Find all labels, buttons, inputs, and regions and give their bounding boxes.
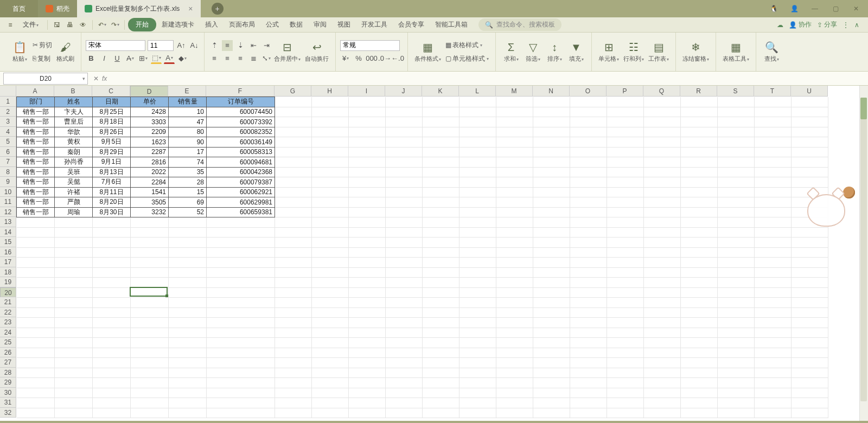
cell-H27[interactable] <box>312 358 349 368</box>
table-tools-button[interactable]: ▦表格工具 <box>720 41 751 63</box>
cell-H15[interactable] <box>312 238 349 248</box>
cell-F23[interactable] <box>207 318 275 328</box>
row-header-21[interactable]: 21 <box>0 297 16 307</box>
cell-C4[interactable]: 8月26日 <box>93 127 131 137</box>
cell-D10[interactable]: 1541 <box>131 187 169 197</box>
cell-L3[interactable] <box>459 117 496 127</box>
cell-K25[interactable] <box>423 338 459 348</box>
cell-G24[interactable] <box>275 328 312 338</box>
cell-P23[interactable] <box>607 318 644 328</box>
cell-N10[interactable] <box>533 187 570 197</box>
cell-G27[interactable] <box>275 358 312 368</box>
cell-B31[interactable] <box>55 398 93 408</box>
cell-E7[interactable]: 74 <box>169 157 207 168</box>
cell-D21[interactable] <box>131 298 169 308</box>
col-header-D[interactable]: D <box>130 86 168 97</box>
cell-O1[interactable] <box>570 97 607 107</box>
cell-L28[interactable] <box>459 368 496 378</box>
col-header-O[interactable]: O <box>570 86 607 97</box>
cell-O17[interactable] <box>570 258 607 268</box>
cell-O32[interactable] <box>570 408 607 418</box>
cell-G19[interactable] <box>275 278 312 288</box>
cell-A26[interactable] <box>17 348 55 358</box>
cell-N9[interactable] <box>533 177 570 188</box>
cell-Q15[interactable] <box>644 238 681 248</box>
cell-J5[interactable] <box>386 137 423 148</box>
cell-K11[interactable] <box>423 197 459 208</box>
cell-F12[interactable]: 600659381 <box>207 207 275 217</box>
cell-N20[interactable] <box>533 287 570 298</box>
cell-M32[interactable] <box>496 408 533 418</box>
row-header-32[interactable]: 32 <box>0 408 16 418</box>
cell-Q5[interactable] <box>644 137 681 148</box>
row-header-11[interactable]: 11 <box>0 197 16 207</box>
cell-S28[interactable] <box>718 368 755 378</box>
cell-P15[interactable] <box>607 238 644 248</box>
cell-E21[interactable] <box>169 298 207 308</box>
indent-dec[interactable]: ⇤ <box>248 40 259 51</box>
cell-J13[interactable] <box>386 217 423 228</box>
cell-F8[interactable]: 600042368 <box>207 167 275 177</box>
cell-C28[interactable] <box>93 368 131 378</box>
cell-R23[interactable] <box>681 318 718 328</box>
cell-N27[interactable] <box>533 358 570 368</box>
cell-S25[interactable] <box>718 338 755 348</box>
cell-E16[interactable] <box>169 247 207 258</box>
cell-L25[interactable] <box>459 338 496 348</box>
row-header-7[interactable]: 7 <box>0 157 16 167</box>
cell-F13[interactable] <box>207 217 275 228</box>
cell-F19[interactable] <box>207 278 275 288</box>
row-header-30[interactable]: 30 <box>0 388 16 398</box>
cell-E6[interactable]: 17 <box>169 147 207 157</box>
col-header-I[interactable]: I <box>348 86 385 97</box>
cell-B17[interactable] <box>55 258 93 268</box>
cell-S26[interactable] <box>718 348 755 358</box>
cell-I16[interactable] <box>349 247 386 258</box>
cell-K2[interactable] <box>423 107 459 117</box>
cell-C15[interactable] <box>93 238 131 248</box>
cell-O16[interactable] <box>570 247 607 258</box>
cell-P7[interactable] <box>607 157 644 168</box>
cell-C24[interactable] <box>93 328 131 338</box>
cell-O3[interactable] <box>570 117 607 127</box>
cell-O12[interactable] <box>570 207 607 217</box>
cell-button[interactable]: ⊞单元格 <box>596 41 621 63</box>
cell-J31[interactable] <box>386 398 423 408</box>
cell-M20[interactable] <box>496 287 533 298</box>
cell-E22[interactable] <box>169 307 207 318</box>
cell-U27[interactable] <box>792 358 828 368</box>
cell-U20[interactable] <box>792 287 828 298</box>
cell-U7[interactable] <box>792 157 828 168</box>
cell-D7[interactable]: 2816 <box>131 157 169 168</box>
cell-J24[interactable] <box>386 328 423 338</box>
cell-A15[interactable] <box>17 238 55 248</box>
cell-M11[interactable] <box>496 197 533 208</box>
menu-tab-3[interactable]: 页面布局 <box>224 18 260 31</box>
cell-H8[interactable] <box>312 167 349 177</box>
cell-M2[interactable] <box>496 107 533 117</box>
cell-S29[interactable] <box>718 378 755 388</box>
cell-H29[interactable] <box>312 378 349 388</box>
cell-S10[interactable] <box>718 187 755 197</box>
cell-R13[interactable] <box>681 217 718 228</box>
decrease-font-icon[interactable]: A↓ <box>189 40 200 51</box>
cell-D26[interactable] <box>131 348 169 358</box>
cell-U2[interactable] <box>792 107 828 117</box>
cell-E14[interactable] <box>169 227 207 238</box>
cell-L5[interactable] <box>459 137 496 148</box>
collapse-ribbon[interactable]: ∧ <box>854 21 859 29</box>
cell-B18[interactable] <box>55 267 93 278</box>
cell-D22[interactable] <box>131 307 169 318</box>
cell-L24[interactable] <box>459 328 496 338</box>
cell-T2[interactable] <box>755 107 792 117</box>
row-header-17[interactable]: 17 <box>0 257 16 267</box>
cell-A31[interactable] <box>17 398 55 408</box>
cell-M17[interactable] <box>496 258 533 268</box>
cell-I19[interactable] <box>349 278 386 288</box>
cell-G9[interactable] <box>275 177 312 188</box>
cell-J3[interactable] <box>386 117 423 127</box>
cell-B3[interactable]: 曹皇后 <box>55 117 93 127</box>
cell-P3[interactable] <box>607 117 644 127</box>
cell-E23[interactable] <box>169 318 207 328</box>
cell-L20[interactable] <box>459 287 496 298</box>
